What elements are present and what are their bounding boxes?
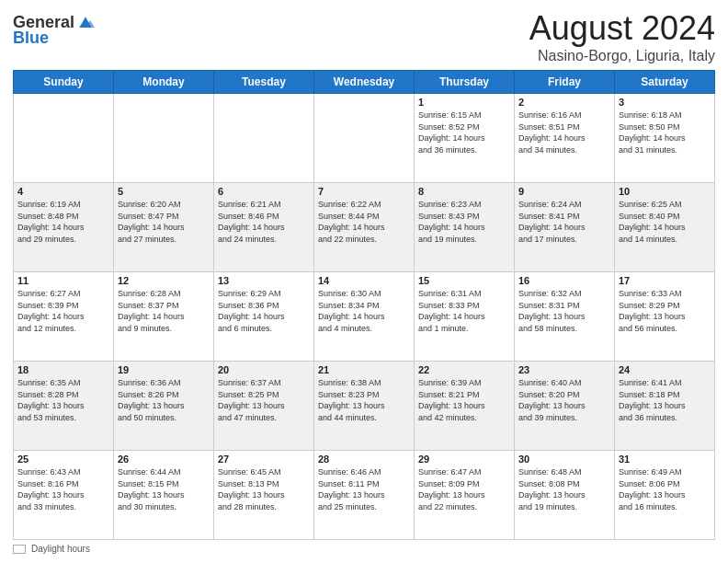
day-number: 10 [619, 186, 711, 197]
calendar-cell: 19Sunrise: 6:36 AM Sunset: 8:26 PM Dayli… [114, 362, 214, 451]
day-number: 23 [518, 364, 610, 375]
week-row-0: 1Sunrise: 6:15 AM Sunset: 8:52 PM Daylig… [14, 94, 715, 183]
day-number: 19 [118, 364, 210, 375]
week-row-3: 18Sunrise: 6:35 AM Sunset: 8:28 PM Dayli… [14, 362, 715, 451]
day-info: Sunrise: 6:38 AM Sunset: 8:23 PM Dayligh… [318, 377, 410, 423]
day-number: 30 [518, 454, 610, 465]
calendar-cell: 7Sunrise: 6:22 AM Sunset: 8:44 PM Daylig… [314, 183, 415, 272]
week-row-4: 25Sunrise: 6:43 AM Sunset: 8:16 PM Dayli… [14, 451, 715, 540]
calendar-cell: 15Sunrise: 6:31 AM Sunset: 8:33 PM Dayli… [415, 272, 515, 362]
week-row-1: 4Sunrise: 6:19 AM Sunset: 8:48 PM Daylig… [14, 183, 715, 272]
day-info: Sunrise: 6:46 AM Sunset: 8:11 PM Dayligh… [318, 466, 410, 512]
day-number: 20 [218, 364, 310, 375]
calendar-cell: 13Sunrise: 6:29 AM Sunset: 8:36 PM Dayli… [214, 272, 314, 362]
day-info: Sunrise: 6:37 AM Sunset: 8:25 PM Dayligh… [218, 377, 310, 423]
day-info: Sunrise: 6:23 AM Sunset: 8:43 PM Dayligh… [418, 199, 510, 245]
calendar-cell: 22Sunrise: 6:39 AM Sunset: 8:21 PM Dayli… [415, 362, 515, 451]
day-info: Sunrise: 6:29 AM Sunset: 8:36 PM Dayligh… [218, 288, 310, 334]
day-number: 22 [418, 364, 510, 375]
calendar-cell: 27Sunrise: 6:45 AM Sunset: 8:13 PM Dayli… [214, 451, 314, 540]
day-info: Sunrise: 6:43 AM Sunset: 8:16 PM Dayligh… [17, 466, 109, 512]
day-number: 5 [118, 186, 210, 197]
day-number: 18 [17, 364, 109, 375]
day-info: Sunrise: 6:31 AM Sunset: 8:33 PM Dayligh… [418, 288, 510, 334]
logo-blue-text: Blue [13, 29, 49, 48]
calendar-cell: 23Sunrise: 6:40 AM Sunset: 8:20 PM Dayli… [515, 362, 615, 451]
month-title: August 2024 [529, 9, 715, 48]
weekday-header-thursday: Thursday [415, 71, 515, 94]
day-number: 21 [318, 364, 410, 375]
day-info: Sunrise: 6:40 AM Sunset: 8:20 PM Dayligh… [518, 377, 610, 423]
calendar-cell: 18Sunrise: 6:35 AM Sunset: 8:28 PM Dayli… [14, 362, 114, 451]
day-info: Sunrise: 6:16 AM Sunset: 8:51 PM Dayligh… [518, 109, 610, 155]
week-row-2: 11Sunrise: 6:27 AM Sunset: 8:39 PM Dayli… [14, 272, 715, 362]
calendar-cell: 20Sunrise: 6:37 AM Sunset: 8:25 PM Dayli… [214, 362, 314, 451]
weekday-header-saturday: Saturday [615, 71, 715, 94]
calendar-cell [114, 94, 214, 183]
day-info: Sunrise: 6:32 AM Sunset: 8:31 PM Dayligh… [518, 288, 610, 334]
calendar-cell: 21Sunrise: 6:38 AM Sunset: 8:23 PM Dayli… [314, 362, 415, 451]
calendar-cell: 12Sunrise: 6:28 AM Sunset: 8:37 PM Dayli… [114, 272, 214, 362]
day-info: Sunrise: 6:19 AM Sunset: 8:48 PM Dayligh… [17, 199, 109, 245]
calendar-cell: 6Sunrise: 6:21 AM Sunset: 8:46 PM Daylig… [214, 183, 314, 272]
logo: General Blue [13, 13, 95, 48]
calendar-cell: 24Sunrise: 6:41 AM Sunset: 8:18 PM Dayli… [615, 362, 715, 451]
day-info: Sunrise: 6:15 AM Sunset: 8:52 PM Dayligh… [418, 109, 510, 155]
daylight-box-icon [13, 545, 26, 554]
day-number: 3 [619, 97, 711, 108]
day-number: 14 [318, 275, 410, 286]
day-number: 16 [518, 275, 610, 286]
calendar-table: SundayMondayTuesdayWednesdayThursdayFrid… [13, 70, 715, 540]
calendar-cell: 17Sunrise: 6:33 AM Sunset: 8:29 PM Dayli… [615, 272, 715, 362]
footer: Daylight hours [13, 544, 715, 554]
day-number: 11 [17, 275, 109, 286]
day-number: 29 [418, 454, 510, 465]
day-info: Sunrise: 6:49 AM Sunset: 8:06 PM Dayligh… [619, 466, 711, 512]
day-info: Sunrise: 6:39 AM Sunset: 8:21 PM Dayligh… [418, 377, 510, 423]
day-info: Sunrise: 6:44 AM Sunset: 8:15 PM Dayligh… [118, 466, 210, 512]
weekday-header-row: SundayMondayTuesdayWednesdayThursdayFrid… [14, 71, 715, 94]
day-number: 26 [118, 454, 210, 465]
day-info: Sunrise: 6:18 AM Sunset: 8:50 PM Dayligh… [619, 109, 711, 155]
day-number: 31 [619, 454, 711, 465]
calendar-cell [214, 94, 314, 183]
calendar-cell: 28Sunrise: 6:46 AM Sunset: 8:11 PM Dayli… [314, 451, 415, 540]
calendar-cell: 25Sunrise: 6:43 AM Sunset: 8:16 PM Dayli… [14, 451, 114, 540]
weekday-header-sunday: Sunday [14, 71, 114, 94]
day-number: 2 [518, 97, 610, 108]
calendar-cell: 14Sunrise: 6:30 AM Sunset: 8:34 PM Dayli… [314, 272, 415, 362]
day-number: 27 [218, 454, 310, 465]
calendar-cell: 4Sunrise: 6:19 AM Sunset: 8:48 PM Daylig… [14, 183, 114, 272]
calendar-cell: 1Sunrise: 6:15 AM Sunset: 8:52 PM Daylig… [415, 94, 515, 183]
calendar-cell: 30Sunrise: 6:48 AM Sunset: 8:08 PM Dayli… [515, 451, 615, 540]
day-info: Sunrise: 6:24 AM Sunset: 8:41 PM Dayligh… [518, 199, 610, 245]
day-number: 25 [17, 454, 109, 465]
calendar-cell: 3Sunrise: 6:18 AM Sunset: 8:50 PM Daylig… [615, 94, 715, 183]
calendar-cell: 8Sunrise: 6:23 AM Sunset: 8:43 PM Daylig… [415, 183, 515, 272]
weekday-header-wednesday: Wednesday [314, 71, 415, 94]
calendar-cell: 26Sunrise: 6:44 AM Sunset: 8:15 PM Dayli… [114, 451, 214, 540]
day-number: 12 [118, 275, 210, 286]
day-number: 1 [418, 97, 510, 108]
calendar-cell: 9Sunrise: 6:24 AM Sunset: 8:41 PM Daylig… [515, 183, 615, 272]
day-number: 24 [619, 364, 711, 375]
day-number: 15 [418, 275, 510, 286]
day-info: Sunrise: 6:47 AM Sunset: 8:09 PM Dayligh… [418, 466, 510, 512]
calendar-cell: 5Sunrise: 6:20 AM Sunset: 8:47 PM Daylig… [114, 183, 214, 272]
day-number: 7 [318, 186, 410, 197]
calendar-cell: 16Sunrise: 6:32 AM Sunset: 8:31 PM Dayli… [515, 272, 615, 362]
calendar-cell: 2Sunrise: 6:16 AM Sunset: 8:51 PM Daylig… [515, 94, 615, 183]
calendar-cell: 11Sunrise: 6:27 AM Sunset: 8:39 PM Dayli… [14, 272, 114, 362]
title-block: August 2024 Nasino-Borgo, Liguria, Italy [529, 9, 715, 64]
day-info: Sunrise: 6:21 AM Sunset: 8:46 PM Dayligh… [218, 199, 310, 245]
calendar-cell [314, 94, 415, 183]
day-info: Sunrise: 6:36 AM Sunset: 8:26 PM Dayligh… [118, 377, 210, 423]
day-info: Sunrise: 6:41 AM Sunset: 8:18 PM Dayligh… [619, 377, 711, 423]
day-info: Sunrise: 6:27 AM Sunset: 8:39 PM Dayligh… [17, 288, 109, 334]
day-info: Sunrise: 6:35 AM Sunset: 8:28 PM Dayligh… [17, 377, 109, 423]
day-number: 13 [218, 275, 310, 286]
day-number: 17 [619, 275, 711, 286]
day-info: Sunrise: 6:28 AM Sunset: 8:37 PM Dayligh… [118, 288, 210, 334]
day-number: 9 [518, 186, 610, 197]
page: General Blue August 2024 Nasino-Borgo, L… [0, 0, 728, 563]
